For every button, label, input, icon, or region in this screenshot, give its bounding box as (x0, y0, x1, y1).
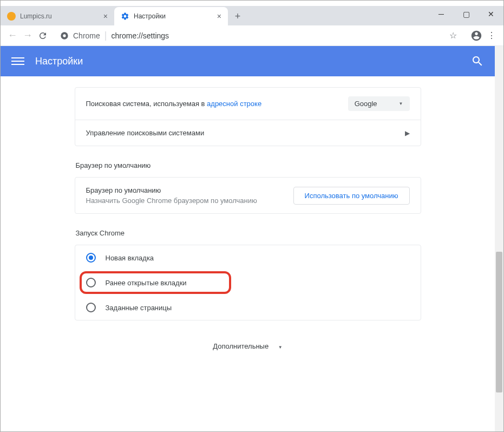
content-area: Поисковая система, используемая в адресн… (1, 76, 495, 431)
search-engine-select[interactable]: Google (348, 96, 410, 111)
default-browser-section-title: Браузер по умолчанию (76, 161, 421, 169)
advanced-toggle[interactable]: Дополнительные (75, 320, 421, 383)
back-button[interactable]: ← (5, 28, 20, 43)
search-engine-card: Поисковая система, используемая в адресн… (75, 87, 421, 146)
forward-button[interactable]: → (20, 28, 35, 43)
scrollbar-thumb[interactable] (496, 252, 502, 392)
scrollbar[interactable] (495, 46, 503, 431)
manage-search-engines-row[interactable]: Управление поисковыми системами ▶ (75, 120, 421, 146)
url-prefix: Chrome (73, 31, 100, 40)
default-browser-title: Браузер по умолчанию (86, 186, 293, 194)
tab-title: Настройки (134, 12, 215, 20)
url-text: chrome://settings (111, 31, 449, 40)
startup-option-continue[interactable]: Ранее открытые вкладки (75, 270, 421, 295)
settings-header: Настройки (1, 46, 495, 76)
chevron-right-icon: ▶ (405, 129, 410, 137)
startup-section-title: Запуск Chrome (76, 229, 421, 237)
default-browser-subtitle: Назначить Google Chrome браузером по умо… (86, 197, 293, 205)
tab-lumpics[interactable]: Lumpics.ru × (1, 7, 114, 25)
search-engine-text: Поисковая система, используемая в адресн… (86, 100, 348, 108)
address-bar[interactable]: Chrome | chrome://settings ☆ (55, 28, 464, 43)
tab-title: Lumpics.ru (20, 12, 101, 20)
radio-icon (86, 303, 96, 312)
header-title: Настройки (35, 56, 471, 67)
gear-icon (121, 12, 129, 21)
radio-icon (86, 278, 96, 287)
lumpics-favicon (7, 12, 16, 21)
set-default-button[interactable]: Использовать по умолчанию (293, 187, 410, 205)
default-browser-card: Браузер по умолчанию Назначить Google Ch… (75, 177, 421, 214)
toolbar: ← → Chrome | chrome://settings ☆ ⋮ (1, 25, 503, 46)
close-icon[interactable]: × (101, 11, 110, 22)
tab-strip: Lumpics.ru × Настройки × + (1, 6, 503, 25)
close-button[interactable]: ✕ (479, 6, 503, 22)
url-separator: | (104, 30, 107, 41)
reload-button[interactable] (35, 28, 50, 43)
chrome-icon (60, 31, 69, 40)
svg-point-1 (63, 34, 66, 37)
bookmark-star-icon[interactable]: ☆ (449, 30, 457, 41)
search-engine-row: Поисковая система, используемая в адресн… (75, 88, 421, 120)
startup-option-specific-pages[interactable]: Заданные страницы (75, 295, 421, 320)
startup-card: Новая вкладка Ранее открытые вкладки Зад… (75, 245, 421, 320)
tab-settings[interactable]: Настройки × (114, 7, 228, 25)
address-bar-link[interactable]: адресной строке (207, 100, 261, 108)
maximize-button[interactable]: ▢ (454, 6, 479, 22)
startup-option-new-tab[interactable]: Новая вкладка (75, 245, 421, 270)
window-controls: ─ ▢ ✕ (429, 6, 503, 22)
search-icon[interactable] (471, 55, 484, 68)
radio-icon (86, 253, 96, 263)
new-tab-button[interactable]: + (230, 9, 245, 24)
minimize-button[interactable]: ─ (429, 6, 454, 22)
hamburger-icon[interactable] (11, 55, 24, 68)
close-icon[interactable]: × (215, 11, 224, 22)
menu-button[interactable]: ⋮ (484, 28, 499, 43)
profile-button[interactable] (469, 28, 484, 43)
